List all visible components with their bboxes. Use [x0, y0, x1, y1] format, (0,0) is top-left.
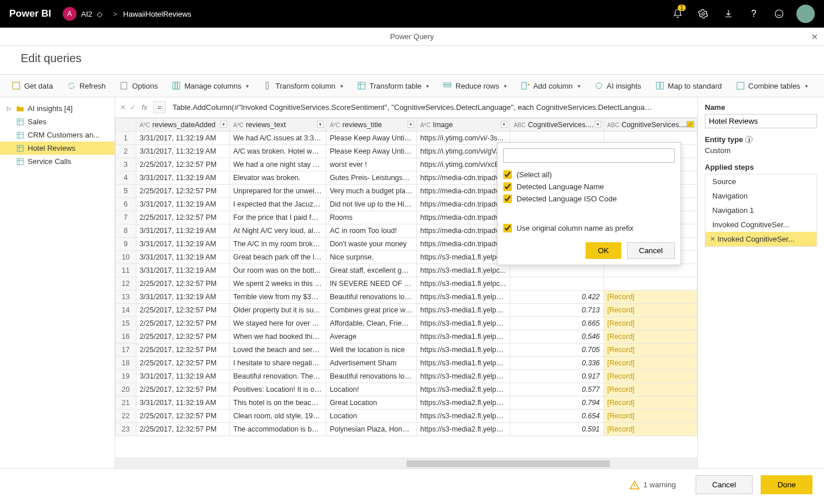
popup-cancel-button[interactable]: Cancel	[627, 242, 675, 259]
cell[interactable]: Advertisement Sham	[326, 357, 416, 370]
cell[interactable]: https://s3-media1.fl.yelpc...	[416, 264, 510, 277]
cell[interactable]: 2/25/2017, 12:32:57 PM	[136, 277, 229, 291]
cell[interactable]: We had A/C issues at 3:30 ...	[230, 132, 326, 145]
column-header[interactable]: ABCCognitiveServices....▾	[510, 119, 603, 132]
applied-step[interactable]: Navigation 1	[705, 203, 817, 217]
record-cell[interactable]: [Record]	[603, 343, 697, 357]
cell[interactable]: 2/25/2017, 12:32:57 PM	[136, 185, 229, 198]
cell[interactable]: Nice surprise.	[326, 251, 416, 264]
cell[interactable]: https://s3-media2.fl.yelpcd...	[416, 383, 510, 396]
cell[interactable]: 3/31/2017, 11:32:19 AM	[136, 396, 229, 410]
cell[interactable]: Beautiful renovation. The h...	[230, 370, 326, 383]
cell[interactable]: 2/25/2017, 12:32:57 PM	[136, 158, 229, 171]
record-cell[interactable]: [Record]	[603, 304, 697, 317]
cell[interactable]: The A/C in my room broke...	[230, 238, 326, 251]
footer-cancel-button[interactable]: Cancel	[696, 475, 753, 494]
query-group-ai-insights[interactable]: ▷AI insights [4]	[0, 102, 115, 115]
cell[interactable]: 0.591	[510, 423, 603, 436]
help-button[interactable]: ?	[741, 0, 766, 28]
cell[interactable]: Rooms	[326, 211, 416, 224]
query-name-input[interactable]	[705, 114, 817, 128]
cell[interactable]: 0.546	[510, 330, 603, 343]
prefix-option[interactable]: Use original column name as prefix	[503, 222, 675, 234]
cancel-formula-icon[interactable]: ✕	[120, 103, 126, 112]
close-button[interactable]: ✕	[811, 32, 818, 41]
cell[interactable]: The accommodation is bas...	[230, 423, 326, 436]
cell[interactable]: Loved the beach and service	[230, 343, 326, 357]
cell[interactable]: https://media-cdn.tripadv...	[416, 198, 510, 211]
column-header[interactable]: AᴮCImage▾	[416, 119, 510, 132]
record-cell[interactable]: [Record]	[603, 317, 697, 330]
column-header[interactable]: AᴮCreviews_text▾	[230, 119, 326, 132]
cell[interactable]: I expected that the Jacuzzi ...	[230, 198, 326, 211]
cell[interactable]: 2/25/2017, 12:32:57 PM	[136, 211, 229, 224]
table-row[interactable]: 122/25/2017, 12:32:57 PMWe spent 2 weeks…	[116, 277, 697, 291]
cell[interactable]: 2/25/2017, 12:32:57 PM	[136, 330, 229, 343]
column-filter-icon[interactable]: ⤢	[686, 121, 694, 128]
record-cell[interactable]	[603, 277, 697, 291]
cell[interactable]: 3/31/2017, 11:32:19 AM	[136, 370, 229, 383]
record-cell[interactable]: [Record]	[603, 383, 697, 396]
ai-insights-button[interactable]: AI insights	[588, 74, 647, 97]
column-filter-icon[interactable]: ▾	[595, 121, 601, 128]
record-cell[interactable]: [Record]	[603, 370, 697, 383]
cell[interactable]: https://s3-media2.fl.yelpcd...	[416, 410, 510, 423]
cell[interactable]: 0.705	[510, 343, 603, 357]
applied-step[interactable]: Invoked CognitiveSer...	[705, 217, 817, 232]
reduce-rows-button[interactable]: Reduce rows▾	[437, 74, 512, 97]
table-row[interactable]: 202/25/2017, 12:32:57 PMPositives: Locat…	[116, 383, 697, 396]
report-name[interactable]: HawaiiHotelReviews	[123, 10, 192, 18]
applied-step[interactable]: Navigation	[705, 189, 817, 203]
record-cell[interactable]: [Record]	[603, 291, 697, 304]
cell[interactable]: Don't waste your money	[326, 238, 416, 251]
cell[interactable]: 3/31/2017, 11:32:19 AM	[136, 224, 229, 238]
cell[interactable]: IN SEVERE NEED OF UPDA...	[326, 277, 416, 291]
detected-language-iso-option[interactable]: Detected Language ISO Code	[503, 193, 675, 205]
cell[interactable]: Clean room, old style, 196...	[230, 410, 326, 423]
record-cell[interactable]: [Record]	[603, 410, 697, 423]
cell[interactable]: https://i.ytimg.com/vi/-3s...	[416, 132, 510, 145]
query-item[interactable]: Hotel Reviews	[0, 142, 115, 155]
cell[interactable]: 2/25/2017, 12:32:57 PM	[136, 357, 229, 370]
footer-done-button[interactable]: Done	[761, 475, 812, 494]
cell[interactable]	[510, 277, 603, 291]
cell[interactable]: Beautiful renovations locat...	[326, 370, 416, 383]
settings-button[interactable]	[690, 0, 716, 28]
applied-step[interactable]: ✕Invoked CognitiveSer...	[705, 232, 817, 246]
column-header[interactable]: ABCCognitiveServices....⤢	[603, 119, 697, 132]
cell[interactable]: Older property but it is su...	[230, 304, 326, 317]
cell[interactable]: Elevator was broken.	[230, 171, 326, 185]
column-header[interactable]: AᴮCreviews_title▾	[326, 119, 416, 132]
cell[interactable]: Unprepared for the unwelc...	[230, 185, 326, 198]
table-row[interactable]: 162/25/2017, 12:32:57 PMWhen we had book…	[116, 330, 697, 343]
cell[interactable]: We had a one night stay at...	[230, 158, 326, 171]
cell[interactable]: Beautiful renovations locat...	[326, 291, 416, 304]
prefix-checkbox[interactable]	[503, 224, 512, 232]
feedback-button[interactable]	[766, 0, 792, 28]
cell[interactable]: This hotel is on the beach ...	[230, 396, 326, 410]
cell[interactable]: Great Location	[326, 396, 416, 410]
cell[interactable]: 3/31/2017, 11:32:19 AM	[136, 145, 229, 158]
cell[interactable]: 0.665	[510, 317, 603, 330]
cell[interactable]: https://media-cdn.tripadv...	[416, 238, 510, 251]
cell[interactable]: https://s3-media1.fl.yelpc...	[416, 277, 510, 291]
cell[interactable]: worst ever !	[326, 158, 416, 171]
cell[interactable]: https://s3-media1.fl.yelpcd...	[416, 317, 510, 330]
cell[interactable]: https://s3-media1.fl.yelpcd...	[416, 357, 510, 370]
cell[interactable]: Very much a budget place	[326, 185, 416, 198]
download-button[interactable]	[716, 0, 741, 28]
commit-formula-icon[interactable]: ✓	[130, 103, 136, 112]
cell[interactable]: Positives: Location! It is on ...	[230, 383, 326, 396]
record-cell[interactable]: [Record]	[603, 330, 697, 343]
cell[interactable]: https://s3-media2.fl.yelpcd...	[416, 423, 510, 436]
table-row[interactable]: 182/25/2017, 12:32:57 PMI hesitate to sh…	[116, 357, 697, 370]
cell[interactable]: AC in room Too loud!	[326, 224, 416, 238]
cell[interactable]: https://media-cdn.tripadv...	[416, 171, 510, 185]
record-cell[interactable]	[603, 264, 697, 277]
cell[interactable]: For the price that I paid for...	[230, 211, 326, 224]
detected-language-name-option[interactable]: Detected Language Name	[503, 181, 675, 193]
warning-indicator[interactable]: 1 warning	[629, 480, 675, 490]
cell[interactable]: https://i.ytimg.com/vi/xcE...	[416, 158, 510, 171]
column-filter-icon[interactable]: ▾	[317, 121, 324, 128]
table-row[interactable]: 172/25/2017, 12:32:57 PMLoved the beach …	[116, 343, 697, 357]
